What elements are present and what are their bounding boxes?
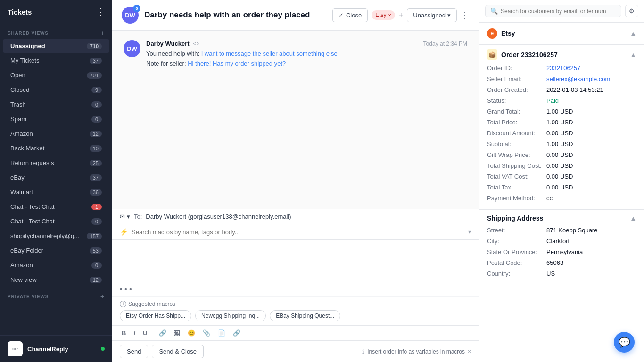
reply-type-selector[interactable]: ✉ ▾ — [120, 213, 130, 220]
field-total-price: Total Price: 1.00 USD — [487, 117, 636, 128]
sidebar-item-spam[interactable]: Spam 0 — [3, 112, 109, 126]
message-content: Darby Wuckert <> Today at 2:34 PM You ne… — [146, 40, 467, 69]
ticket-more-button[interactable]: ⋮ — [461, 10, 469, 20]
send-button[interactable]: Send — [120, 345, 148, 358]
emoji-button[interactable]: 😊 — [186, 329, 197, 337]
sidebar-item-my-tickets[interactable]: My Tickets 37 — [3, 54, 109, 67]
bold-button[interactable]: B — [120, 329, 128, 337]
link-button[interactable]: 🔗 — [157, 329, 168, 337]
field-street: Street: 871 Koepp Square — [487, 225, 636, 236]
suggested-pill-1[interactable]: Etsy Order Has Shipp... — [120, 310, 191, 321]
sidebar-item-label: Amazon — [10, 130, 33, 137]
sidebar-item-label: Amazon — [10, 262, 33, 269]
etsy-section-header[interactable]: E Etsy ▲ — [479, 23, 644, 44]
field-order-created: Order Created: 2022-01-03 14:53:21 — [487, 84, 636, 95]
message-avatar: DW — [124, 40, 140, 57]
field-discount-amount: Discount Amount: 0.00 USD — [487, 128, 636, 139]
image-button[interactable]: 🖼 — [172, 329, 182, 337]
remove-tag-icon[interactable]: × — [388, 12, 391, 18]
sidebar-badge-trash: 0 — [91, 101, 102, 108]
sidebar-item-label: eBay Folder — [10, 247, 43, 254]
body-highlight: I want to message the seller about somet… — [201, 50, 338, 57]
envelope-icon: ✉ — [120, 213, 125, 220]
field-grand-total: Grand Total: 1.00 USD — [487, 106, 636, 117]
notification-badge: 8 — [133, 5, 140, 12]
sidebar-item-chat-test-1[interactable]: Chat - Test Chat 1 — [3, 200, 109, 214]
info-icon: ℹ — [362, 348, 364, 355]
suggested-row: i Suggested macros Etsy Order Has Shipp.… — [112, 297, 479, 326]
shipping-fields: Street: 871 Koepp Square City: Clarkfort… — [479, 225, 644, 285]
sidebar-item-label: Return requests — [10, 159, 54, 166]
reply-to-row: ✉ ▾ To: Darby Wuckert (gorgiasuser138@ch… — [112, 209, 479, 224]
sidebar-item-label: Spam — [10, 115, 26, 123]
reply-area: ✉ ▾ To: Darby Wuckert (gorgiasuser138@ch… — [112, 209, 479, 362]
right-panel: 🔍 ⚙ E Etsy ▲ 📦 Order 2332106257 ▲ Order … — [479, 0, 644, 362]
send-close-button[interactable]: Send & Close — [152, 345, 204, 358]
order-fields: Order ID: 2332106257 Seller Email: selle… — [479, 63, 644, 209]
suggested-pill-2[interactable]: Newegg Shipping Inq... — [195, 310, 266, 321]
sidebar-item-unassigned[interactable]: Unassigned 710 — [3, 39, 109, 53]
shipping-section-header[interactable]: Shipping Address ▲ — [479, 210, 644, 225]
settings-button[interactable]: ⚙ — [625, 5, 638, 17]
sidebar-item-back-market[interactable]: Back Market 10 — [3, 141, 109, 155]
customer-search-input[interactable] — [501, 8, 616, 15]
add-shared-view-icon[interactable]: + — [100, 29, 105, 37]
ticket-title: Darby needs help with an order they plac… — [144, 10, 327, 20]
sidebar-item-walmart[interactable]: Walmart 36 — [3, 185, 109, 199]
message-area: DW Darby Wuckert <> Today at 2:34 PM You… — [112, 31, 479, 209]
sidebar-badge-shopify: 157 — [87, 233, 102, 239]
add-private-view-icon[interactable]: + — [100, 293, 105, 300]
suggested-label: i Suggested macros — [120, 301, 471, 307]
main-panel: DW 8 Darby needs help with an order they… — [112, 0, 479, 362]
brand-name: ChannelReply — [27, 346, 68, 353]
underline-button[interactable]: U — [141, 329, 149, 337]
body-prefix: You need help with: — [146, 50, 201, 57]
sidebar-badge-spam: 0 — [91, 116, 102, 123]
sidebar-more-button[interactable]: ⋮ — [96, 7, 105, 17]
sidebar-item-shopify[interactable]: shopifychannelreply@g... 157 — [3, 229, 109, 243]
attach-button[interactable]: 📎 — [201, 329, 212, 337]
shipping-section-title: Shipping Address — [487, 214, 543, 222]
link2-button[interactable]: 🔗 — [231, 329, 242, 337]
field-total-vat: Total VAT Cost: 0.00 USD — [487, 171, 636, 182]
field-postal-code: Postal Code: 65063 — [487, 257, 636, 268]
order-section-header[interactable]: 📦 Order 2332106257 ▲ — [479, 45, 644, 63]
sidebar-item-label: Walmart — [10, 189, 33, 196]
sidebar-badge-back-market: 10 — [90, 145, 102, 152]
sidebar-item-ebay[interactable]: eBay 37 — [3, 171, 109, 184]
macros-row: ⚡ ▾ — [112, 224, 479, 240]
sidebar-item-trash[interactable]: Trash 0 — [3, 98, 109, 111]
sidebar-item-amazon[interactable]: Amazon 12 — [3, 127, 109, 140]
field-order-id: Order ID: 2332106257 — [487, 63, 636, 74]
sidebar-item-label: Chat - Test Chat — [10, 218, 55, 225]
action-row: Send Send & Close ℹ Insert order info as… — [112, 341, 479, 362]
add-tag-button[interactable]: + — [399, 11, 403, 19]
sidebar-item-chat-test-2[interactable]: Chat - Test Chat 0 — [3, 214, 109, 228]
macros-chevron-icon[interactable]: ▾ — [468, 229, 471, 235]
field-city: City: Clarkfort — [487, 236, 636, 247]
checkmark-icon: ✓ — [339, 12, 344, 19]
italic-button[interactable]: I — [132, 329, 137, 337]
ticket-actions: ✓ Close Etsy × + Unassigned ▾ ⋮ — [332, 8, 469, 22]
sidebar-item-amazon-2[interactable]: Amazon 0 — [3, 258, 109, 272]
suggested-pill-3[interactable]: EBay Shipping Quest... — [270, 310, 340, 321]
sidebar-item-closed[interactable]: Closed 9 — [3, 83, 109, 97]
search-bar-row: 🔍 ⚙ — [479, 0, 644, 23]
sidebar-item-new-view[interactable]: New view 12 — [3, 273, 109, 287]
etsy-collapse-icon[interactable]: ▲ — [630, 30, 636, 37]
sidebar-item-ebay-folder[interactable]: eBay Folder 53 — [3, 244, 109, 257]
assign-button[interactable]: Unassigned ▾ — [407, 8, 457, 22]
order-collapse-icon[interactable]: ▲ — [630, 51, 636, 58]
sidebar-item-return-requests[interactable]: Return requests 25 — [3, 156, 109, 170]
shipping-collapse-icon[interactable]: ▲ — [630, 214, 636, 222]
close-info-icon[interactable]: × — [468, 348, 471, 355]
macros-search-input[interactable] — [132, 229, 464, 236]
compose-area[interactable] — [112, 240, 479, 282]
field-seller-email: Seller Email: sellerex@example.com — [487, 74, 636, 84]
close-ticket-button[interactable]: ✓ Close — [332, 8, 368, 22]
sidebar-item-open[interactable]: Open 701 — [3, 68, 109, 82]
chat-bubble-button[interactable]: 💬 — [614, 332, 635, 353]
reply-type-chevron-icon: ▾ — [127, 213, 130, 220]
file-button[interactable]: 📄 — [216, 329, 227, 337]
sidebar-badge-my-tickets: 37 — [90, 58, 102, 64]
